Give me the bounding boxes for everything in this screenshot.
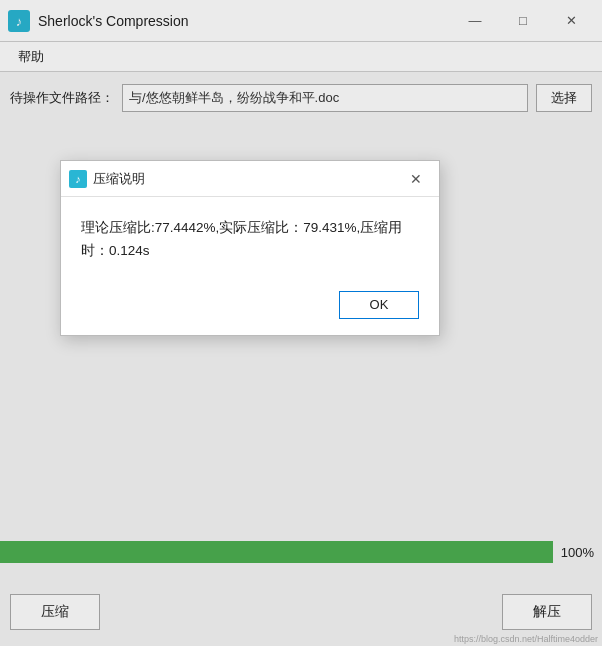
dialog: ♪ 压缩说明 ✕ 理论压缩比:77.4442%,实际压缩比：79.431%,压缩…	[60, 160, 440, 336]
dialog-close-button[interactable]: ✕	[401, 167, 431, 191]
svg-text:♪: ♪	[75, 173, 81, 185]
dialog-body: 理论压缩比:77.4442%,实际压缩比：79.431%,压缩用时：0.124s	[61, 197, 439, 291]
dialog-icon: ♪	[69, 170, 87, 188]
dialog-title: 压缩说明	[93, 170, 401, 188]
dialog-footer: OK	[61, 291, 439, 335]
dialog-title-bar: ♪ 压缩说明 ✕	[61, 161, 439, 197]
ok-button[interactable]: OK	[339, 291, 419, 319]
dialog-message: 理论压缩比:77.4442%,实际压缩比：79.431%,压缩用时：0.124s	[81, 217, 419, 263]
